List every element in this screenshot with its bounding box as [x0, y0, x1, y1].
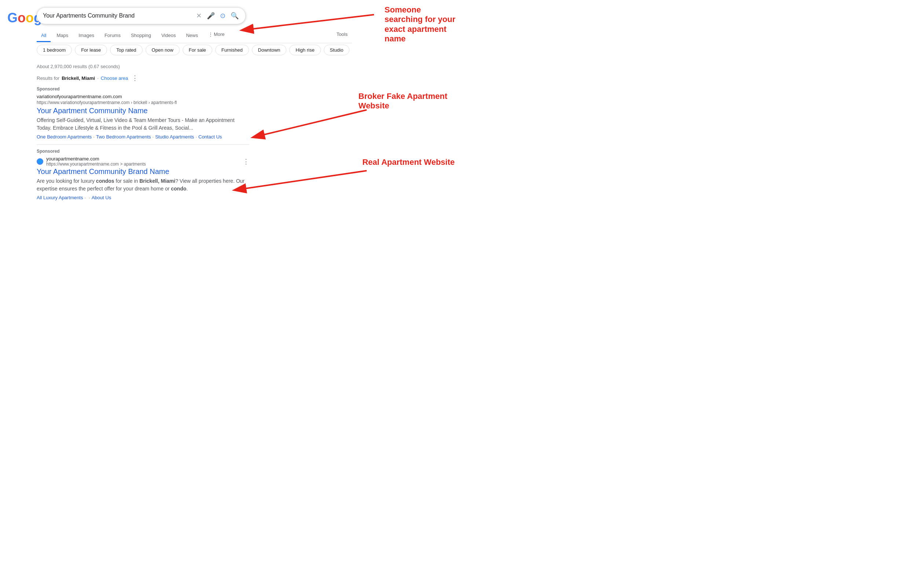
search-button[interactable]: 🔍 — [230, 11, 239, 21]
clear-icon[interactable]: ✕ — [196, 11, 202, 21]
choose-area-link[interactable]: Choose area — [101, 75, 128, 81]
chip-high-rise[interactable]: High rise — [289, 45, 321, 55]
sitelink-all-luxury[interactable]: All Luxury Apartments — [37, 195, 83, 200]
chip-1-bedroom[interactable]: 1 bedroom — [37, 45, 72, 55]
svg-line-1 — [249, 15, 374, 29]
result1-description: Offering Self-Guided, Virtual, Live Vide… — [37, 117, 249, 132]
annotation-broker: Broker Fake ApartmentWebsite — [358, 92, 447, 111]
lens-icon[interactable]: ⊙ — [219, 11, 226, 21]
annotation-top-right: Someonesearching for yourexact apartment… — [385, 5, 455, 44]
tab-news[interactable]: News — [182, 30, 202, 42]
tab-forums[interactable]: Forums — [100, 30, 125, 42]
search-bar: ✕ 🎤 ⊙ 🔍 — [37, 8, 246, 24]
location-results: Results for Brickell, Miami · Choose are… — [37, 74, 138, 82]
chip-top-rated[interactable]: Top rated — [110, 45, 142, 55]
result2-url: https://www.yourapartmentname.com > apar… — [46, 162, 146, 166]
result2-more-icon[interactable]: ⋮ — [243, 158, 249, 165]
result1-domain: variationofyourapartmentname.com.com — [37, 94, 249, 99]
dot-separator: · — [97, 75, 99, 81]
result1-url: https://www.variationofyourapartmentname… — [37, 100, 249, 105]
tab-videos[interactable]: Videos — [157, 30, 181, 42]
result1-title[interactable]: Your Apartment Community Name — [37, 106, 249, 115]
results-count: About 2,970,000 results (0.67 seconds) — [37, 64, 120, 69]
result2-sitelinks: All Luxury Apartments · · About Us — [37, 195, 249, 200]
tab-more[interactable]: ⋮ More — [204, 28, 229, 40]
result2-title[interactable]: Your Apartment Community Brand Name — [37, 167, 249, 176]
sitelink-one-bedroom[interactable]: One Bedroom Apartments — [37, 134, 92, 140]
svg-line-3 — [260, 110, 367, 135]
tab-shopping[interactable]: Shopping — [126, 30, 155, 42]
result-1: Sponsored variationofyourapartmentname.c… — [37, 87, 249, 140]
tab-maps[interactable]: Maps — [52, 30, 72, 42]
sitelink-about-us[interactable]: About Us — [92, 195, 111, 200]
nav-tools[interactable]: Tools — [332, 28, 352, 40]
location-text: Brickell, Miami — [62, 75, 95, 81]
result-2: Sponsored 🌐 yourapartmentname.com https:… — [37, 149, 249, 200]
result2-favicon: 🌐 — [37, 158, 43, 165]
search-bar-wrapper: ✕ 🎤 ⊙ 🔍 — [37, 8, 246, 24]
chip-for-sale[interactable]: For sale — [183, 45, 212, 55]
search-icons: ✕ 🎤 ⊙ 🔍 — [196, 11, 239, 21]
result2-domain-text: yourapartmentname.com https://www.yourap… — [46, 156, 146, 166]
sitelink-two-bedroom[interactable]: Two Bedroom Apartments — [96, 134, 151, 140]
tab-all[interactable]: All — [37, 30, 51, 42]
sponsored-label-2: Sponsored — [37, 149, 249, 154]
result1-sitelinks: One Bedroom Apartments · Two Bedroom Apa… — [37, 134, 249, 140]
more-options-icon[interactable]: ⋮ — [132, 74, 138, 82]
chip-furnished[interactable]: Furnished — [215, 45, 249, 55]
result2-description: Are you looking for luxury condos for sa… — [37, 177, 249, 193]
divider-1 — [37, 144, 249, 145]
annotation-real: Real Apartment Website — [362, 158, 454, 167]
chip-studio[interactable]: Studio — [324, 45, 350, 55]
sitelink-contact[interactable]: Contact Us — [199, 134, 222, 140]
result2-domain-row: 🌐 yourapartmentname.com https://www.your… — [37, 156, 249, 166]
svg-line-5 — [242, 171, 367, 189]
tab-images[interactable]: Images — [74, 30, 99, 42]
chip-for-lease[interactable]: For lease — [75, 45, 107, 55]
sponsored-label-1: Sponsored — [37, 87, 249, 92]
filter-chips: 1 bedroom For lease Top rated Open now F… — [37, 45, 349, 55]
results-for-label: Results for — [37, 75, 59, 81]
search-input[interactable] — [43, 12, 193, 19]
nav-tabs: All Maps Images Forums Shopping Videos N… — [37, 28, 352, 43]
voice-search-icon[interactable]: 🎤 — [206, 11, 215, 21]
chip-open-now[interactable]: Open now — [146, 45, 180, 55]
sitelink-studio[interactable]: Studio Apartments — [155, 134, 194, 140]
chip-downtown[interactable]: Downtown — [252, 45, 287, 55]
